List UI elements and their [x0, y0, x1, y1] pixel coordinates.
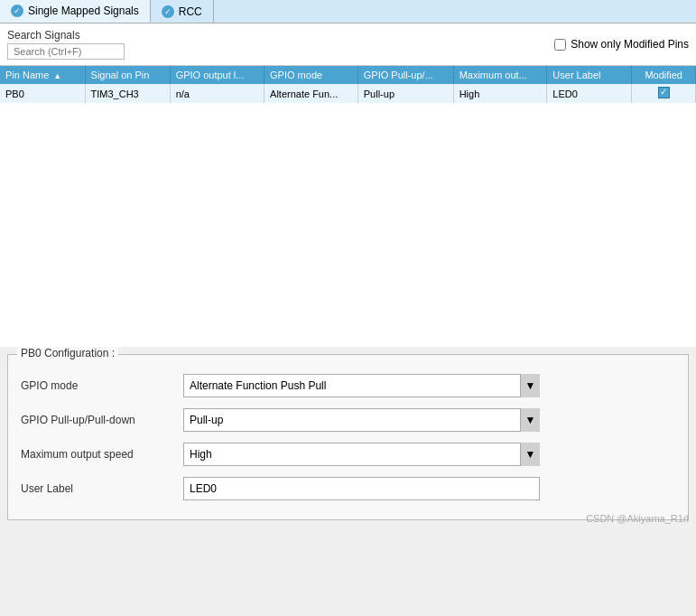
cell-pin-name: PB0 [0, 84, 85, 103]
max-speed-label: Maximum output speed [21, 448, 183, 461]
check-icon-rcc: ✓ [162, 5, 174, 18]
search-bar: Search Signals Show only Modified Pins [0, 23, 696, 66]
gpio-pull-label: GPIO Pull-up/Pull-down [21, 414, 183, 426]
config-panel: PB0 Configuration : GPIO mode Alternate … [7, 354, 689, 520]
show-modified-label: Show only Modified Pins [571, 38, 689, 51]
gpio-pull-select-wrapper: Pull-up Pull-down No pull-up and no pull… [183, 408, 540, 432]
cell-max-output-speed: High [453, 84, 547, 103]
col-gpio-mode[interactable]: GPIO mode [264, 66, 358, 84]
user-label-input[interactable] [183, 477, 540, 500]
col-max-output-speed[interactable]: Maximum out... [453, 66, 547, 84]
max-speed-select[interactable]: High Medium Low [183, 443, 540, 466]
col-user-label[interactable]: User Label [547, 66, 632, 84]
gpio-mode-label: GPIO mode [21, 379, 183, 392]
config-row-gpio-mode: GPIO mode Alternate Function Push Pull O… [21, 373, 675, 398]
cell-gpio-pull: Pull-up [357, 84, 453, 103]
signal-table-container: Pin Name ▲ Signal on Pin GPIO output l..… [0, 66, 696, 103]
user-label-label: User Label [21, 482, 183, 495]
col-gpio-pull[interactable]: GPIO Pull-up/... [357, 66, 453, 84]
empty-area [0, 103, 696, 347]
tab-rcc[interactable]: ✓ RCC [151, 0, 214, 23]
cell-gpio-output-level: n/a [170, 84, 264, 103]
cell-gpio-mode: Alternate Fun... [264, 84, 358, 103]
sort-icon: ▲ [53, 71, 61, 80]
col-pin-name[interactable]: Pin Name ▲ [0, 66, 85, 84]
show-modified-checkbox[interactable] [554, 39, 566, 51]
cell-modified [632, 84, 696, 103]
config-inner: GPIO mode Alternate Function Push Pull O… [21, 364, 675, 501]
modified-checkbox-checked [658, 87, 670, 98]
watermark: CSDN @Akiyama_R1rl [586, 513, 689, 524]
cell-signal-on-pin: TIM3_CH3 [85, 84, 170, 103]
tab-label-single-mapped-signals: Single Mapped Signals [28, 5, 139, 17]
tab-label-rcc: RCC [179, 5, 202, 18]
signal-table: Pin Name ▲ Signal on Pin GPIO output l..… [0, 66, 696, 103]
config-title: PB0 Configuration : [17, 347, 118, 359]
config-row-gpio-pull: GPIO Pull-up/Pull-down Pull-up Pull-down… [21, 407, 675, 433]
max-speed-select-wrapper: High Medium Low ▼ [183, 443, 540, 466]
search-section: Search Signals [7, 29, 125, 60]
gpio-mode-select[interactable]: Alternate Function Push Pull Output Push… [183, 374, 540, 397]
gpio-mode-select-wrapper: Alternate Function Push Pull Output Push… [183, 374, 540, 397]
col-modified[interactable]: Modified [632, 66, 696, 84]
table-row: PB0 TIM3_CH3 n/a Alternate Fun... Pull-u… [0, 84, 696, 103]
tab-single-mapped-signals[interactable]: ✓ Single Mapped Signals [0, 0, 151, 23]
col-signal-on-pin[interactable]: Signal on Pin [85, 66, 170, 84]
search-label: Search Signals [7, 29, 125, 42]
gpio-pull-select[interactable]: Pull-up Pull-down No pull-up and no pull… [183, 408, 540, 432]
check-icon: ✓ [11, 5, 23, 17]
app-container: ✓ Single Mapped Signals ✓ RCC Search Sig… [0, 0, 696, 527]
config-row-max-speed: Maximum output speed High Medium Low ▼ [21, 442, 675, 467]
modified-filter: Show only Modified Pins [554, 38, 689, 51]
tab-bar: ✓ Single Mapped Signals ✓ RCC [0, 0, 696, 23]
search-input[interactable] [7, 43, 125, 60]
config-row-user-label: User Label [21, 476, 675, 501]
col-gpio-output-level[interactable]: GPIO output l... [170, 66, 264, 84]
cell-user-label: LED0 [547, 84, 632, 103]
